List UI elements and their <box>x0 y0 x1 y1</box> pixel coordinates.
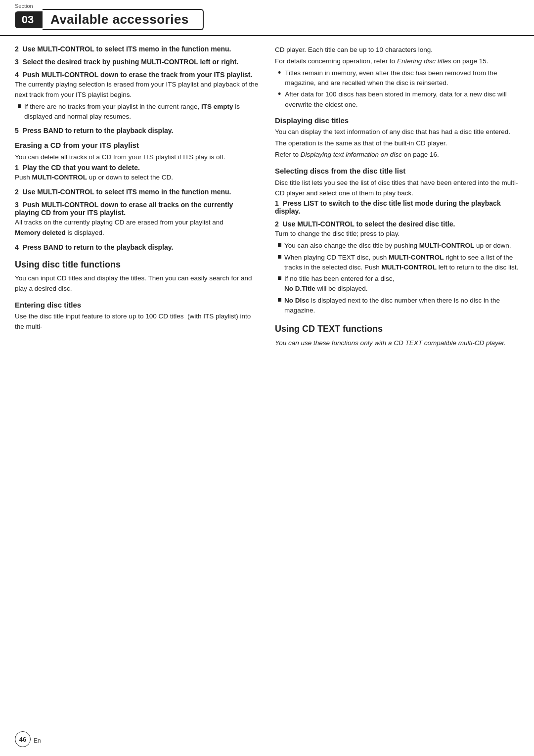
bullet-titles-2: • After data for 100 discs has been stor… <box>278 89 519 110</box>
square-bullet-2c-1-icon <box>278 243 281 247</box>
left-column: 2 Use MULTI-CONTROL to select ITS memo i… <box>15 45 259 349</box>
step-4a-number: 4 <box>15 71 23 79</box>
step-1c-heading: 1 Press LIST to switch to the disc title… <box>275 199 519 215</box>
section-label: Section <box>15 3 33 9</box>
step-1b-number: 1 <box>15 164 23 172</box>
disc-title-functions-heading: Using disc title functions <box>15 259 259 270</box>
erasing-body: You can delete all tracks of a CD from y… <box>15 152 259 163</box>
step-2c-number: 2 <box>275 220 283 228</box>
bullet-2c-3: If no title has been entered for a disc,… <box>278 274 519 294</box>
step-5a: 5 Press BAND to return to the playback d… <box>15 127 259 134</box>
step-2a-text: Use MULTI-CONTROL to select ITS memo in … <box>23 45 231 53</box>
step-4a-body: The currently playing selection is erase… <box>15 80 259 100</box>
step-4a: 4 Push MULTI-CONTROL down to erase the t… <box>15 71 259 122</box>
section-number: 03 <box>15 11 43 28</box>
step-3a-number: 3 <box>15 58 23 66</box>
step-4a-text: Push MULTI-CONTROL down to erase the tra… <box>23 71 253 79</box>
entering-disc-titles-heading: Entering disc titles <box>15 300 259 310</box>
bullet-titles-1: • Titles remain in memory, even after th… <box>278 68 519 89</box>
step-1b: 1 Play the CD that you want to delete. P… <box>15 164 259 183</box>
step-2b-text: Use MULTI-CONTROL to select ITS memo in … <box>23 188 231 196</box>
footer-lang: En <box>34 737 41 744</box>
bullet-dot-2: • <box>278 89 281 98</box>
step-1b-body: Push MULTI-CONTROL up or down to select … <box>15 173 259 183</box>
entering-cont: CD player. Each title can be up to 10 ch… <box>275 45 519 55</box>
bullet-2c-2-text: When playing CD TEXT disc, push MULTI-CO… <box>284 253 519 273</box>
step-2a-heading: 2 Use MULTI-CONTROL to select ITS memo i… <box>15 45 259 53</box>
displaying-disc-titles-heading: Displaying disc titles <box>275 116 519 126</box>
bullet-2c-2: When playing CD TEXT disc, push MULTI-CO… <box>278 253 519 273</box>
bullet-titles-1-text: Titles remain in memory, even after the … <box>285 68 519 89</box>
step-4a-heading: 4 Push MULTI-CONTROL down to erase the t… <box>15 71 259 79</box>
step-5a-number: 5 <box>15 127 23 134</box>
displaying-body-2: The operation is the same as that of the… <box>275 138 519 149</box>
bullet-2c-3-text: If no title has been entered for a disc,… <box>284 274 394 294</box>
step-2a-number: 2 <box>15 45 23 53</box>
bullet-2c-1: You can also change the disc title by pu… <box>278 241 519 251</box>
step-2b: 2 Use MULTI-CONTROL to select ITS memo i… <box>15 188 259 196</box>
step-4b: 4 Press BAND to return to the playback d… <box>15 243 259 251</box>
step-5a-text: Press BAND to return to the playback dis… <box>23 127 174 134</box>
selecting-discs-heading: Selecting discs from the disc title list <box>275 166 519 176</box>
cd-text-body: You can use these functions only with a … <box>275 338 519 349</box>
step-4b-text: Press BAND to return to the playback dis… <box>23 243 174 251</box>
page-title: Available accessories <box>43 9 204 30</box>
step-1c: 1 Press LIST to switch to the disc title… <box>275 199 519 215</box>
bullet-titles-2-text: After data for 100 discs has been stored… <box>285 89 519 110</box>
bullet-2c-4: No Disc is displayed next to the disc nu… <box>278 296 519 316</box>
page-header: 03 Available accessories <box>0 0 534 36</box>
step-3b-text: Push MULTI-CONTROL down to erase all tra… <box>15 201 233 217</box>
step-3b-heading: 3 Push MULTI-CONTROL down to erase all t… <box>15 201 259 217</box>
bullet-dot-1: • <box>278 68 281 77</box>
step-4b-number: 4 <box>15 243 23 251</box>
erasing-heading: Erasing a CD from your ITS playlist <box>15 140 259 150</box>
step-2b-number: 2 <box>15 188 23 196</box>
displaying-body-1: You can display the text information of … <box>275 127 519 137</box>
step-3b: 3 Push MULTI-CONTROL down to erase all t… <box>15 201 259 238</box>
bullet-2c-1-text: You can also change the disc title by pu… <box>284 241 511 251</box>
bullet-2c-4-text: No Disc is displayed next to the disc nu… <box>284 296 519 316</box>
cd-text-heading: Using CD TEXT functions <box>275 323 519 335</box>
step-2c-text: Use MULTI-CONTROL to select the desired … <box>283 220 455 228</box>
entering-disc-titles-body: Use the disc title input feature to stor… <box>15 311 259 332</box>
step-3b-number: 3 <box>15 201 23 209</box>
selecting-discs-body: Disc title list lets you see the list of… <box>275 178 519 199</box>
step-2b-heading: 2 Use MULTI-CONTROL to select ITS memo i… <box>15 188 259 196</box>
square-bullet-icon <box>18 104 21 108</box>
square-bullet-2c-4-icon <box>278 298 281 302</box>
step-4b-heading: 4 Press BAND to return to the playback d… <box>15 243 259 251</box>
step-2c: 2 Use MULTI-CONTROL to select the desire… <box>275 220 519 315</box>
main-content: 2 Use MULTI-CONTROL to select ITS memo i… <box>0 36 534 359</box>
step-1c-number: 1 <box>275 199 283 207</box>
square-bullet-2c-2-icon <box>278 255 281 259</box>
displaying-refer: Refer to Displaying text information on … <box>275 150 519 160</box>
page-number: 46 <box>15 731 31 747</box>
square-bullet-2c-3-icon <box>278 276 281 280</box>
right-column: CD player. Each title can be up to 10 ch… <box>275 45 519 349</box>
bullet-4a: If there are no tracks from your playlis… <box>18 102 259 122</box>
for-details: For details concerning operation, refer … <box>275 56 519 67</box>
step-3b-body: All tracks on the currently playing CD a… <box>15 218 259 238</box>
page-wrapper: Section 03 Available accessories 2 Use M… <box>0 0 534 756</box>
step-1c-text: Press LIST to switch to the disc title l… <box>275 199 501 215</box>
step-3a: 3 Select the desired track by pushing MU… <box>15 58 259 66</box>
step-3a-text: Select the desired track by pushing MULT… <box>23 58 239 66</box>
step-1b-text: Play the CD that you want to delete. <box>23 164 140 172</box>
step-5a-heading: 5 Press BAND to return to the playback d… <box>15 127 259 134</box>
step-1b-heading: 1 Play the CD that you want to delete. <box>15 164 259 172</box>
step-2c-heading: 2 Use MULTI-CONTROL to select the desire… <box>275 220 519 228</box>
step-2a: 2 Use MULTI-CONTROL to select ITS memo i… <box>15 45 259 53</box>
disc-title-functions-body: You can input CD titles and display the … <box>15 273 259 294</box>
step-2c-body: Turn to change the disc title; press to … <box>275 229 519 239</box>
step-3a-heading: 3 Select the desired track by pushing MU… <box>15 58 259 66</box>
bullet-4a-text: If there are no tracks from your playlis… <box>24 102 259 122</box>
